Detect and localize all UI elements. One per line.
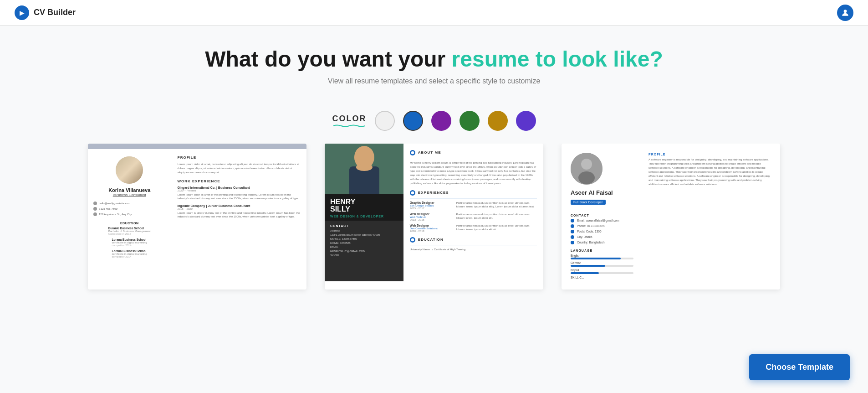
t2-right: ABOUT ME My name is henry william ipsum … [403,144,543,281]
t1-work-2: Ingoude Company | Junior Business Consul… [177,204,300,219]
t2-body: HENRY SILLY WEB DESIGN & DEVELOPER CONTA… [325,144,543,281]
template-card-3[interactable]: Aseer Al Faisal Full Stack Developer CON… [562,144,780,290]
color-dot-purple[interactable] [431,111,451,131]
t3-jobtitle-badge: Full Stack Developer [571,200,606,205]
t3-right: Profile A software engineer is responsib… [641,153,771,272]
t1-role: Business Consultant [113,193,146,197]
user-avatar[interactable] [837,5,853,21]
t3-contact-label: CONTACT [571,214,633,217]
t3-city-dot [571,235,574,239]
t2-name-area: HENRY SILLY WEB DESIGN & DEVELOPER [325,194,403,221]
t1-edu-1: Buranie Business School Bachelor of Busi… [108,227,151,235]
template-card-2[interactable]: HENRY SILLY WEB DESIGN & DEVELOPER CONTA… [325,144,543,290]
header-left: ▶ CV Builder [15,5,76,20]
t2-contact-email: EMAIL [330,246,398,248]
t1-edu-3: Lorana Business School certificate in di… [112,249,147,258]
hero-title-highlight: resume to look like? [452,47,663,71]
templates-area: Korina Villanueva Business Consultant he… [0,144,868,326]
t1-email: hello@reallygreatsite.com [99,202,130,205]
hero-subtitle: View all resume templates and select a s… [15,77,853,85]
t3-lang-german: German [571,261,633,267]
t3-contact-phone: Phone: 01718389099 [571,224,633,228]
t3-lang-nepali: Nepali [571,269,633,274]
t2-firstname: HENRY [330,198,398,206]
t3-left: Aseer Al Faisal Full Stack Developer CON… [571,153,641,272]
t1-address-item: 123 Anywhere St., Any City [93,212,165,216]
color-dot-white[interactable] [375,111,395,131]
t2-exp-3: Web Designer Dev Creative Solutions 2010… [410,224,537,233]
t2-edu-section: EDUCATION University Name » Certificate … [410,237,537,251]
color-dot-green[interactable] [460,111,480,131]
hero-title: What do you want your resume to look lik… [15,47,853,72]
svg-point-0 [844,10,847,13]
t3-lang-label: LANGUAGE [571,249,633,252]
t3-avatar [571,153,602,185]
hero-title-part1: What do you want your [205,47,451,71]
t2-jobtitle: WEB DESIGN & DEVELOPER [330,215,398,218]
svg-point-4 [356,164,373,171]
t2-contact-label: CONTACT [330,224,398,228]
choose-template-btn-wrap: Choose Template [749,354,850,380]
svg-point-7 [411,238,414,241]
t3-contact-country: Country: Bangladesh [571,241,633,244]
t1-left: Korina Villanueva Business Consultant he… [88,149,171,281]
t3-postal-dot [571,230,574,233]
t2-exp-2: Web Designer Web Tech Ltd 2013 - 2015 Po… [410,212,537,221]
t1-phone: +123-456-7890 [99,207,117,210]
hero-section: What do you want your resume to look lik… [0,26,868,96]
t1-header-bar [88,144,306,149]
choose-template-button[interactable]: Choose Template [749,354,850,380]
t3-contact-city: City: Dhaka [571,235,633,239]
t2-left: HENRY SILLY WEB DESIGN & DEVELOPER CONTA… [325,144,403,281]
t1-address-icon [93,212,97,216]
t1-edu-2: Lorana Business School certificate in di… [112,238,147,247]
t1-edu-label: EDUCTION [120,222,139,225]
t1-profile-header: PROFILE [177,155,300,160]
t3-contact-email: Email: aseeralfaisal@gmail.com [571,219,633,222]
color-dot-violet[interactable] [516,111,536,131]
t2-contact-section: CONTACT Address 123/1,Lorem ipsum street… [325,221,403,262]
t2-edu-row: University Name » Certificate of High Tr… [410,248,537,251]
t1-work-header: WORK EXPERIENCE [177,179,300,183]
t3-body: Aseer Al Faisal Full Stack Developer CON… [562,144,780,281]
svg-point-9 [581,159,592,170]
t1-name: Korina Villanueva [108,187,150,193]
t2-about-section: ABOUT ME My name is henry william ipsum … [410,150,537,186]
t3-name: Aseer Al Faisal [571,189,633,196]
color-label-wrap: COLOR [332,114,367,127]
template-card-1[interactable]: Korina Villanueva Business Consultant he… [88,144,306,290]
t2-contact-mobile: MOBILE: 1234567890 [330,238,398,240]
t1-body: Korina Villanueva Business Consultant he… [88,149,306,281]
color-label-underline-svg [333,124,365,127]
t2-lastname: SILLY [330,206,398,213]
t1-contact-section: hello@reallygreatsite.com +123-456-7890 … [93,202,165,218]
t1-work-1: Ginyard International Co. | Business Con… [177,186,300,201]
logo-icon: ▶ [15,5,29,20]
t2-contact-address: Address [330,229,398,232]
t1-avatar [116,156,143,184]
color-selector: COLOR [0,111,868,131]
color-dot-blue[interactable] [403,111,423,131]
t2-exp-section: EXPERIENCES Graphic Designer Sof: Design… [410,190,537,233]
t1-right: PROFILE Lorem ipsum dolor sit amet, cons… [171,149,306,281]
t2-edu-icon [410,237,415,243]
t1-profile-text: Lorem ipsum dolor sit amet, consectetur … [177,162,300,175]
t1-email-icon [93,202,97,205]
t1-phone-icon [93,207,97,211]
t2-exp-icon [410,190,415,196]
t3-country-dot [571,241,574,244]
t3-profile-label: Profile [648,153,771,156]
t2-exp-divider [410,198,537,198]
color-dot-gold[interactable] [488,111,508,131]
t2-edu-title: EDUCATION [410,237,537,243]
t2-contact-home: HOME: 0280528 [330,242,398,244]
t3-phone-dot [571,224,574,228]
color-label-text: COLOR [332,114,367,124]
t1-contact-item: hello@reallygreatsite.com [93,202,165,205]
t2-exp-title: EXPERIENCES [410,190,537,196]
t3-profile-text: A software engineer is responsible for d… [648,158,771,186]
t3-lang-english: English [571,254,633,259]
t2-contact-email2: HENRYSILLY@GMAIL.COM [330,250,398,253]
t1-phone-item: +123-456-7890 [93,207,165,211]
t2-contact-skype: SKYPE [330,254,398,257]
